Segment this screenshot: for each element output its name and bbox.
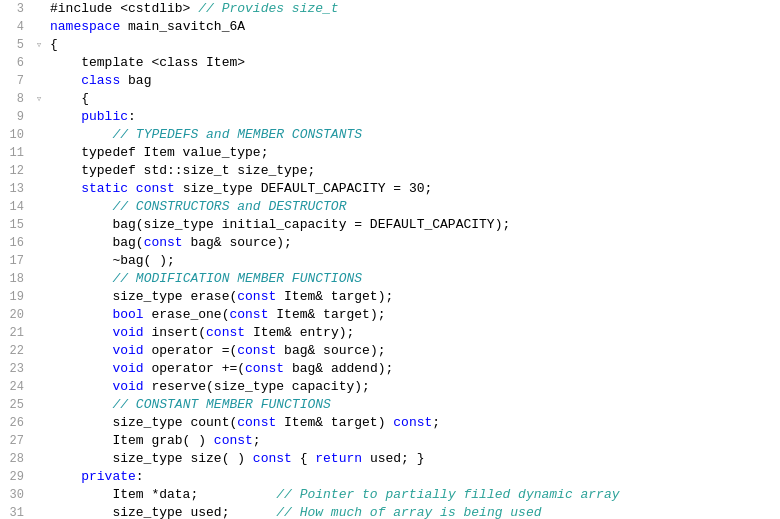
code-content: void reserve(size_type capacity);: [46, 378, 780, 396]
line-number: 29: [0, 468, 32, 486]
code-line: 23 void operator +=(const bag& addend);: [0, 360, 780, 378]
line-number: 19: [0, 288, 32, 306]
line-number: 22: [0, 342, 32, 360]
line-number: 18: [0, 270, 32, 288]
code-content: {: [46, 36, 780, 54]
code-line: 31 size_type used; // How much of array …: [0, 504, 780, 519]
line-number: 26: [0, 414, 32, 432]
line-number: 30: [0, 486, 32, 504]
code-line: 15 bag(size_type initial_capacity = DEFA…: [0, 216, 780, 234]
code-line: 3#include <cstdlib> // Provides size_t: [0, 0, 780, 18]
code-content: ~bag( );: [46, 252, 780, 270]
line-number: 15: [0, 216, 32, 234]
code-content: // CONSTANT MEMBER FUNCTIONS: [46, 396, 780, 414]
fold-gutter: ▿: [32, 36, 46, 54]
line-number: 27: [0, 432, 32, 450]
line-number: 4: [0, 18, 32, 36]
code-content: static const size_type DEFAULT_CAPACITY …: [46, 180, 780, 198]
code-content: private:: [46, 468, 780, 486]
line-number: 10: [0, 126, 32, 144]
code-content: size_type used; // How much of array is …: [46, 504, 780, 519]
code-content: size_type count(const Item& target) cons…: [46, 414, 780, 432]
code-line: 6 template <class Item>: [0, 54, 780, 72]
code-line: 26 size_type count(const Item& target) c…: [0, 414, 780, 432]
code-content: void operator =(const bag& source);: [46, 342, 780, 360]
fold-gutter: ▿: [32, 90, 46, 108]
code-content: size_type erase(const Item& target);: [46, 288, 780, 306]
code-content: bag(const bag& source);: [46, 234, 780, 252]
code-content: Item grab( ) const;: [46, 432, 780, 450]
code-content: // TYPEDEFS and MEMBER CONSTANTS: [46, 126, 780, 144]
line-number: 20: [0, 306, 32, 324]
code-line: 27 Item grab( ) const;: [0, 432, 780, 450]
line-number: 12: [0, 162, 32, 180]
code-content: bag(size_type initial_capacity = DEFAULT…: [46, 216, 780, 234]
code-content: class bag: [46, 72, 780, 90]
code-line: 24 void reserve(size_type capacity);: [0, 378, 780, 396]
code-line: 9 public:: [0, 108, 780, 126]
line-number: 25: [0, 396, 32, 414]
code-lines: 3#include <cstdlib> // Provides size_t4n…: [0, 0, 780, 519]
code-content: template <class Item>: [46, 54, 780, 72]
code-line: 4namespace main_savitch_6A: [0, 18, 780, 36]
line-number: 17: [0, 252, 32, 270]
line-number: 3: [0, 0, 32, 18]
code-line: 29 private:: [0, 468, 780, 486]
code-line: 10 // TYPEDEFS and MEMBER CONSTANTS: [0, 126, 780, 144]
code-line: 5▿{: [0, 36, 780, 54]
code-content: typedef std::size_t size_type;: [46, 162, 780, 180]
code-line: 14 // CONSTRUCTORS and DESTRUCTOR: [0, 198, 780, 216]
code-content: public:: [46, 108, 780, 126]
code-content: bool erase_one(const Item& target);: [46, 306, 780, 324]
line-number: 16: [0, 234, 32, 252]
code-line: 7 class bag: [0, 72, 780, 90]
code-content: size_type size( ) const { return used; }: [46, 450, 780, 468]
code-content: #include <cstdlib> // Provides size_t: [46, 0, 780, 18]
line-number: 7: [0, 72, 32, 90]
code-line: 30 Item *data; // Pointer to partially f…: [0, 486, 780, 504]
code-line: 25 // CONSTANT MEMBER FUNCTIONS: [0, 396, 780, 414]
code-content: void insert(const Item& entry);: [46, 324, 780, 342]
code-content: namespace main_savitch_6A: [46, 18, 780, 36]
line-number: 28: [0, 450, 32, 468]
code-line: 16 bag(const bag& source);: [0, 234, 780, 252]
code-content: typedef Item value_type;: [46, 144, 780, 162]
line-number: 8: [0, 90, 32, 108]
line-number: 14: [0, 198, 32, 216]
code-content: Item *data; // Pointer to partially fill…: [46, 486, 780, 504]
line-number: 23: [0, 360, 32, 378]
code-line: 20 bool erase_one(const Item& target);: [0, 306, 780, 324]
line-number: 21: [0, 324, 32, 342]
code-line: 28 size_type size( ) const { return used…: [0, 450, 780, 468]
line-number: 5: [0, 36, 32, 54]
code-content: void operator +=(const bag& addend);: [46, 360, 780, 378]
code-line: 21 void insert(const Item& entry);: [0, 324, 780, 342]
code-content: // MODIFICATION MEMBER FUNCTIONS: [46, 270, 780, 288]
code-line: 17 ~bag( );: [0, 252, 780, 270]
code-content: // CONSTRUCTORS and DESTRUCTOR: [46, 198, 780, 216]
code-line: 11 typedef Item value_type;: [0, 144, 780, 162]
code-line: 13 static const size_type DEFAULT_CAPACI…: [0, 180, 780, 198]
line-number: 6: [0, 54, 32, 72]
code-editor: 3#include <cstdlib> // Provides size_t4n…: [0, 0, 780, 519]
code-line: 8▿ {: [0, 90, 780, 108]
line-number: 9: [0, 108, 32, 126]
code-content: {: [46, 90, 780, 108]
line-number: 24: [0, 378, 32, 396]
code-line: 12 typedef std::size_t size_type;: [0, 162, 780, 180]
line-number: 11: [0, 144, 32, 162]
line-number: 13: [0, 180, 32, 198]
code-line: 22 void operator =(const bag& source);: [0, 342, 780, 360]
code-line: 19 size_type erase(const Item& target);: [0, 288, 780, 306]
line-number: 31: [0, 504, 32, 519]
code-line: 18 // MODIFICATION MEMBER FUNCTIONS: [0, 270, 780, 288]
